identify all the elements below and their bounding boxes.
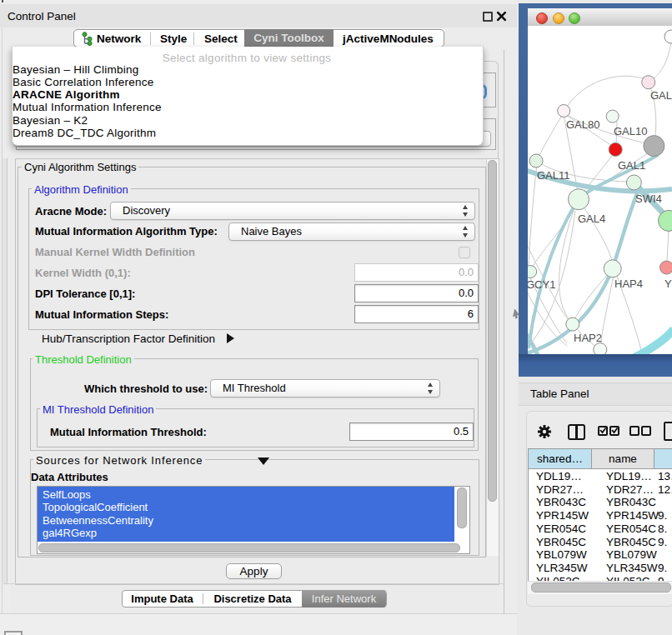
- svg-text:HAP2: HAP2: [574, 332, 602, 344]
- svg-text:GAL4: GAL4: [578, 212, 605, 225]
- svg-text:GAL10: GAL10: [614, 125, 647, 138]
- svg-text:GAL80: GAL80: [566, 118, 599, 131]
- svg-text:GAL1: GAL1: [618, 159, 645, 172]
- svg-text:GAL: GAL: [650, 89, 672, 102]
- svg-text:SWI4: SWI4: [635, 192, 662, 205]
- svg-text:HAP4: HAP4: [614, 278, 643, 290]
- svg-text:GAL11: GAL11: [537, 169, 570, 182]
- svg-text:GCY1: GCY1: [528, 278, 555, 291]
- svg-text:Y: Y: [664, 278, 672, 290]
